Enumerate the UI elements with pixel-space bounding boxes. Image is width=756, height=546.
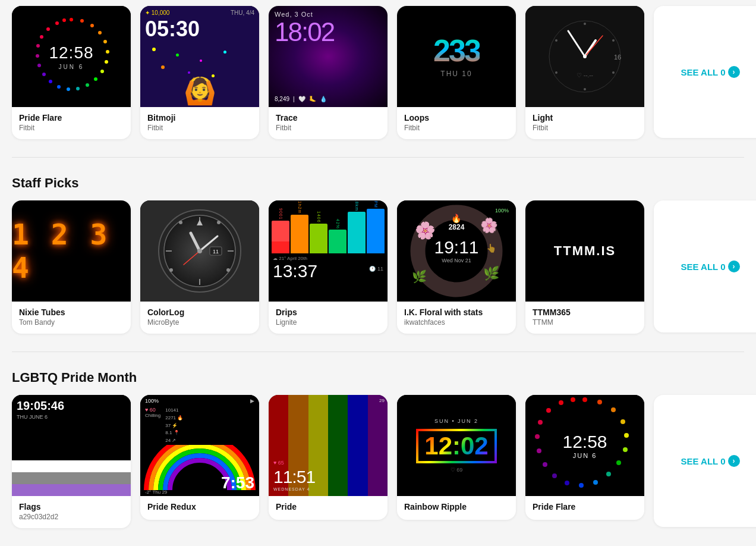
see-all-staff-link[interactable]: SEE ALL 0 › — [681, 261, 739, 272]
svg-point-76 — [571, 397, 575, 402]
watch-info-ttmm: TTMM365 TTMM — [525, 302, 644, 334]
watch-name-pride-redux: Pride Redux — [147, 502, 252, 512]
watch-face-drips: 9001 1h2m 1406 — [269, 200, 388, 302]
svg-point-67 — [579, 483, 584, 488]
card-colorlog[interactable]: 11 — [140, 200, 259, 334]
svg-text:100%: 100% — [495, 208, 509, 214]
svg-point-10 — [76, 87, 80, 90]
watch-name-drips: Drips — [276, 307, 380, 317]
svg-text:🌸: 🌸 — [480, 216, 498, 234]
see-all-featured-count: 0 — [720, 67, 725, 77]
svg-point-13 — [49, 80, 52, 83]
card-pride-flare2[interactable]: 12:58 JUN 6 Pride Flare — [525, 395, 644, 520]
svg-point-63 — [623, 447, 628, 452]
svg-point-61 — [620, 419, 625, 424]
svg-point-50 — [197, 249, 202, 253]
see-all-lgbtq-arrow: › — [728, 455, 740, 467]
watch-face-pride-flare2: 12:58 JUN 6 — [525, 395, 644, 496]
section-lgbtq: LGBTQ Pride Month 19:05:46 THU JUNE 6 — [12, 364, 744, 528]
svg-point-20 — [55, 21, 59, 25]
svg-point-43 — [179, 221, 182, 224]
watch-name-pride-flare2: Pride Flare — [533, 502, 637, 512]
see-all-featured-link[interactable]: SEE ALL 0 › — [681, 66, 739, 78]
svg-text:🌿: 🌿 — [483, 265, 500, 281]
svg-point-21 — [62, 18, 66, 22]
svg-text:11: 11 — [213, 249, 219, 255]
watch-face-pride-flare: // dots around circle — [12, 6, 131, 107]
see-all-staff-picks[interactable]: SEE ALL 0 › — [654, 200, 756, 332]
see-all-lgbtq[interactable]: SEE ALL 0 › — [654, 395, 756, 527]
see-all-staff-label: SEE ALL — [681, 262, 718, 272]
watch-info-nixie: Nixie Tubes Tom Bandy — [12, 302, 131, 334]
watch-info-pride-redux: Pride Redux — [140, 496, 259, 520]
page: // dots around circle — [0, 0, 756, 546]
divider-2 — [12, 352, 744, 352]
card-flags[interactable]: 19:05:46 THU JUNE 6 — [12, 395, 131, 528]
see-all-featured[interactable]: SEE ALL 0 › — [654, 6, 756, 138]
card-ttmm365[interactable]: TTMM.IS TTMM365 TTMM — [525, 200, 644, 334]
svg-point-5 — [106, 50, 109, 54]
watch-name-bitmoji: Bitmoji — [147, 113, 252, 123]
watch-face-flags: 19:05:46 THU JUNE 6 — [12, 395, 131, 496]
watch-author-floral: ikwatchfaces — [404, 318, 509, 327]
svg-text:🌿: 🌿 — [412, 269, 427, 284]
svg-point-23 — [584, 23, 586, 25]
svg-point-15 — [37, 64, 41, 67]
svg-point-68 — [565, 481, 569, 485]
watch-info-pride: Pride — [269, 496, 388, 520]
card-bitmoji[interactable]: ✦ 10,000 THU, 4/4 05:30 — [140, 6, 259, 139]
svg-point-24 — [612, 39, 615, 42]
card-drips[interactable]: 9001 1h2m 1406 — [269, 200, 388, 334]
card-loops[interactable]: 233 THU 10 Loops Fitbit — [397, 6, 516, 139]
svg-point-26 — [584, 88, 586, 90]
watch-info-pride-flare2: Pride Flare — [525, 496, 644, 520]
watch-author-pride-flare: Fitbit — [19, 124, 124, 132]
svg-point-6 — [105, 60, 108, 64]
svg-point-34 — [583, 55, 587, 58]
svg-point-40 — [217, 221, 220, 224]
watch-name-floral: I.K. Floral with stats — [404, 307, 509, 317]
svg-text:♡ --.--: ♡ --.-- — [577, 72, 593, 79]
svg-point-16 — [36, 54, 39, 58]
card-ik-floral[interactable]: 🌸 🌸 🌿 🌿 👆 100% 🔥 2824 — [397, 200, 516, 334]
watch-name-loops: Loops — [404, 113, 509, 123]
watch-info-pride-flare: Pride Flare Fitbit — [12, 107, 131, 139]
watch-name-pride-flare: Pride Flare — [19, 113, 124, 123]
svg-point-42 — [169, 268, 173, 272]
watch-info-rainbow-ripple: Rainbow Ripple — [397, 496, 516, 520]
watch-info-drips: Drips Lignite — [269, 302, 388, 334]
section-title-staff-picks: Staff Picks — [12, 170, 744, 191]
card-pride-flare[interactable]: // dots around circle — [12, 6, 131, 139]
svg-text:👆: 👆 — [486, 243, 497, 253]
watch-name-flags: Flags — [19, 502, 124, 512]
see-all-featured-arrow: › — [728, 66, 740, 78]
see-all-lgbtq-link[interactable]: SEE ALL 0 › — [681, 455, 739, 467]
see-all-lgbtq-count: 0 — [720, 456, 725, 466]
items-row-featured: // dots around circle — [12, 6, 744, 139]
card-pride-redux[interactable]: 100% ▶ ♥ 60 Chilling 10141 2271 🔥 — [140, 395, 259, 520]
svg-point-19 — [46, 27, 50, 31]
card-light[interactable]: 16 ♡ --.-- Lig — [525, 6, 644, 139]
watch-info-light: Light Fitbit — [525, 107, 644, 139]
svg-point-75 — [559, 400, 563, 405]
watch-info-trace: Trace Fitbit — [269, 107, 388, 139]
svg-point-41 — [226, 268, 230, 272]
svg-text:16: 16 — [614, 54, 621, 61]
card-trace[interactable]: Wed, 3 Oct 18:02 8,249 | 🤍 🦶 💧 Trace Fit — [269, 6, 388, 139]
svg-point-3 — [98, 31, 102, 34]
svg-point-7 — [100, 70, 104, 73]
watch-author-bitmoji: Fitbit — [147, 124, 252, 132]
svg-point-72 — [535, 434, 540, 439]
card-pride[interactable]: ♥ 65 11:51 WEDNESDAY 4 29 Pride — [269, 395, 388, 520]
watch-name-trace: Trace — [276, 113, 380, 123]
svg-point-74 — [546, 408, 551, 413]
card-nixie-tubes[interactable]: 1 2 3 4 Nixie Tubes Tom Bandy — [12, 200, 131, 334]
card-rainbow-ripple[interactable]: SUN • JUN 2 12:02 ♡ 69 Rainbow Ripple — [397, 395, 516, 520]
watch-name-nixie: Nixie Tubes — [19, 307, 124, 317]
watch-name-colorlog: ColorLog — [147, 307, 252, 317]
watch-info-flags: Flags a29c03d2d2 — [12, 496, 131, 528]
watch-face-trace: Wed, 3 Oct 18:02 8,249 | 🤍 🦶 💧 — [269, 6, 388, 107]
watch-face-colorlog: 11 — [140, 200, 259, 302]
items-row-lgbtq: 19:05:46 THU JUNE 6 — [12, 395, 744, 528]
svg-line-30 — [568, 31, 585, 57]
